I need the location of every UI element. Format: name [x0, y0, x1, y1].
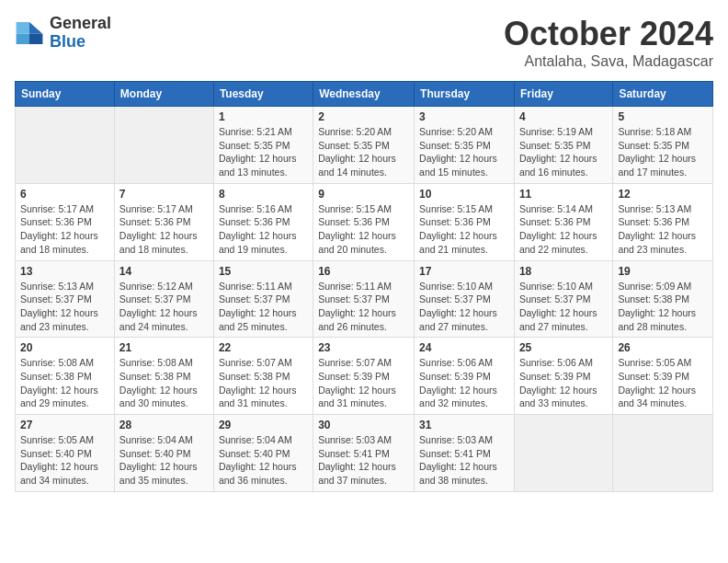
- day-number: 24: [419, 341, 509, 354]
- day-content: Sunrise: 5:07 AM Sunset: 5:38 PM Dayligh…: [219, 356, 308, 410]
- day-content: Sunrise: 5:04 AM Sunset: 5:40 PM Dayligh…: [219, 433, 308, 488]
- day-number: 28: [119, 419, 209, 431]
- day-number: 31: [419, 419, 509, 431]
- calendar-cell: 26Sunrise: 5:05 AM Sunset: 5:39 PM Dayli…: [613, 338, 713, 415]
- svg-marker-2: [17, 34, 29, 44]
- day-number: 29: [219, 419, 308, 431]
- weekday-row: SundayMondayTuesdayWednesdayThursdayFrid…: [16, 82, 713, 107]
- calendar-cell: 25Sunrise: 5:06 AM Sunset: 5:39 PM Dayli…: [514, 338, 612, 415]
- day-number: 1: [219, 110, 308, 123]
- day-number: 6: [20, 188, 109, 201]
- day-content: Sunrise: 5:11 AM Sunset: 5:37 PM Dayligh…: [318, 280, 409, 334]
- day-content: Sunrise: 5:07 AM Sunset: 5:39 PM Dayligh…: [318, 356, 409, 410]
- day-number: 2: [318, 110, 409, 123]
- day-content: Sunrise: 5:11 AM Sunset: 5:37 PM Dayligh…: [219, 280, 308, 334]
- calendar-cell: 31Sunrise: 5:03 AM Sunset: 5:41 PM Dayli…: [415, 415, 515, 492]
- day-number: 23: [318, 341, 409, 354]
- day-content: Sunrise: 5:03 AM Sunset: 5:41 PM Dayligh…: [419, 433, 509, 488]
- calendar-cell: [16, 107, 115, 184]
- day-number: 25: [519, 341, 608, 354]
- weekday-header-sunday: Sunday: [16, 82, 115, 107]
- title-block: October 2024 Antalaha, Sava, Madagascar: [504, 15, 713, 70]
- calendar-cell: 19Sunrise: 5:09 AM Sunset: 5:38 PM Dayli…: [613, 260, 713, 338]
- day-content: Sunrise: 5:16 AM Sunset: 5:36 PM Dayligh…: [219, 202, 308, 257]
- svg-marker-0: [29, 22, 42, 34]
- calendar-cell: 29Sunrise: 5:04 AM Sunset: 5:40 PM Dayli…: [213, 415, 313, 492]
- weekday-header-monday: Monday: [114, 82, 213, 107]
- calendar-cell: 6Sunrise: 5:17 AM Sunset: 5:36 PM Daylig…: [16, 183, 115, 260]
- calendar-cell: 7Sunrise: 5:17 AM Sunset: 5:36 PM Daylig…: [114, 183, 213, 260]
- day-content: Sunrise: 5:05 AM Sunset: 5:39 PM Dayligh…: [618, 356, 708, 410]
- day-number: 19: [618, 265, 708, 278]
- day-content: Sunrise: 5:14 AM Sunset: 5:36 PM Dayligh…: [519, 202, 608, 257]
- calendar-week-row: 13Sunrise: 5:13 AM Sunset: 5:37 PM Dayli…: [16, 260, 713, 338]
- calendar-cell: 16Sunrise: 5:11 AM Sunset: 5:37 PM Dayli…: [313, 260, 415, 338]
- calendar-cell: 17Sunrise: 5:10 AM Sunset: 5:37 PM Dayli…: [415, 260, 515, 338]
- calendar-table: SundayMondayTuesdayWednesdayThursdayFrid…: [15, 81, 713, 492]
- day-number: 26: [618, 341, 708, 354]
- logo-text: General Blue: [50, 15, 111, 52]
- day-content: Sunrise: 5:03 AM Sunset: 5:41 PM Dayligh…: [318, 433, 409, 488]
- day-content: Sunrise: 5:15 AM Sunset: 5:36 PM Dayligh…: [419, 202, 509, 257]
- svg-marker-1: [29, 34, 42, 44]
- day-number: 11: [519, 188, 608, 201]
- calendar-cell: [114, 107, 213, 184]
- weekday-header-thursday: Thursday: [415, 82, 515, 107]
- calendar-cell: 10Sunrise: 5:15 AM Sunset: 5:36 PM Dayli…: [415, 183, 515, 260]
- calendar-cell: 8Sunrise: 5:16 AM Sunset: 5:36 PM Daylig…: [213, 183, 313, 260]
- calendar-cell: 14Sunrise: 5:12 AM Sunset: 5:37 PM Dayli…: [114, 260, 213, 338]
- calendar-cell: 20Sunrise: 5:08 AM Sunset: 5:38 PM Dayli…: [16, 338, 115, 415]
- calendar-cell: 30Sunrise: 5:03 AM Sunset: 5:41 PM Dayli…: [313, 415, 415, 492]
- day-number: 8: [219, 188, 308, 201]
- calendar-week-row: 6Sunrise: 5:17 AM Sunset: 5:36 PM Daylig…: [16, 183, 713, 260]
- logo-blue-text: Blue: [50, 33, 111, 52]
- calendar-cell: 24Sunrise: 5:06 AM Sunset: 5:39 PM Dayli…: [415, 338, 515, 415]
- day-content: Sunrise: 5:18 AM Sunset: 5:35 PM Dayligh…: [618, 125, 708, 179]
- calendar-cell: 18Sunrise: 5:10 AM Sunset: 5:37 PM Dayli…: [514, 260, 612, 338]
- day-number: 15: [219, 265, 308, 278]
- day-content: Sunrise: 5:17 AM Sunset: 5:36 PM Dayligh…: [20, 202, 109, 257]
- day-number: 13: [20, 265, 109, 278]
- day-content: Sunrise: 5:12 AM Sunset: 5:37 PM Dayligh…: [119, 280, 209, 334]
- calendar-cell: 4Sunrise: 5:19 AM Sunset: 5:35 PM Daylig…: [514, 107, 612, 184]
- day-content: Sunrise: 5:05 AM Sunset: 5:40 PM Dayligh…: [20, 433, 109, 488]
- calendar-cell: 3Sunrise: 5:20 AM Sunset: 5:35 PM Daylig…: [415, 107, 515, 184]
- calendar-cell: 9Sunrise: 5:15 AM Sunset: 5:36 PM Daylig…: [313, 183, 415, 260]
- calendar-cell: 22Sunrise: 5:07 AM Sunset: 5:38 PM Dayli…: [213, 338, 313, 415]
- day-number: 12: [618, 188, 708, 201]
- calendar-cell: 23Sunrise: 5:07 AM Sunset: 5:39 PM Dayli…: [313, 338, 415, 415]
- day-number: 5: [618, 110, 708, 123]
- calendar-week-row: 27Sunrise: 5:05 AM Sunset: 5:40 PM Dayli…: [16, 415, 713, 492]
- day-number: 10: [419, 188, 509, 201]
- day-number: 21: [119, 341, 209, 354]
- weekday-header-friday: Friday: [514, 82, 612, 107]
- logo-general-text: General: [50, 15, 111, 33]
- logo: General Blue: [15, 15, 111, 52]
- calendar-cell: [514, 415, 612, 492]
- day-content: Sunrise: 5:21 AM Sunset: 5:35 PM Dayligh…: [219, 125, 308, 179]
- day-content: Sunrise: 5:17 AM Sunset: 5:36 PM Dayligh…: [119, 202, 209, 257]
- day-content: Sunrise: 5:19 AM Sunset: 5:35 PM Dayligh…: [519, 125, 608, 179]
- day-number: 20: [20, 341, 109, 354]
- day-content: Sunrise: 5:13 AM Sunset: 5:36 PM Dayligh…: [618, 202, 708, 257]
- calendar-week-row: 1Sunrise: 5:21 AM Sunset: 5:35 PM Daylig…: [16, 107, 713, 184]
- day-content: Sunrise: 5:06 AM Sunset: 5:39 PM Dayligh…: [419, 356, 509, 410]
- day-content: Sunrise: 5:10 AM Sunset: 5:37 PM Dayligh…: [519, 280, 608, 334]
- calendar-cell: 13Sunrise: 5:13 AM Sunset: 5:37 PM Dayli…: [16, 260, 115, 338]
- calendar-cell: 27Sunrise: 5:05 AM Sunset: 5:40 PM Dayli…: [16, 415, 115, 492]
- calendar-cell: [613, 415, 713, 492]
- day-number: 7: [119, 188, 209, 201]
- day-number: 27: [20, 419, 109, 431]
- day-content: Sunrise: 5:10 AM Sunset: 5:37 PM Dayligh…: [419, 280, 509, 334]
- calendar-cell: 21Sunrise: 5:08 AM Sunset: 5:38 PM Dayli…: [114, 338, 213, 415]
- weekday-header-saturday: Saturday: [613, 82, 713, 107]
- day-number: 9: [318, 188, 409, 201]
- calendar-cell: 12Sunrise: 5:13 AM Sunset: 5:36 PM Dayli…: [613, 183, 713, 260]
- day-content: Sunrise: 5:08 AM Sunset: 5:38 PM Dayligh…: [20, 356, 109, 410]
- month-title: October 2024: [504, 15, 713, 53]
- calendar-cell: 15Sunrise: 5:11 AM Sunset: 5:37 PM Dayli…: [213, 260, 313, 338]
- calendar-week-row: 20Sunrise: 5:08 AM Sunset: 5:38 PM Dayli…: [16, 338, 713, 415]
- day-content: Sunrise: 5:04 AM Sunset: 5:40 PM Dayligh…: [119, 433, 209, 488]
- day-content: Sunrise: 5:20 AM Sunset: 5:35 PM Dayligh…: [419, 125, 509, 179]
- logo-icon: [15, 20, 44, 46]
